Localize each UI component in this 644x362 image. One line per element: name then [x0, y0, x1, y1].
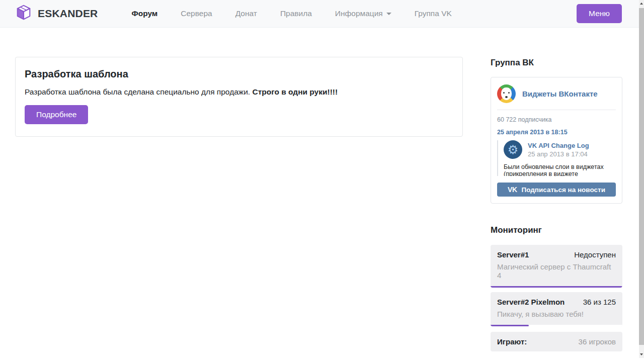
details-button[interactable]: Подробнее — [25, 105, 88, 124]
server-progress-track — [491, 325, 622, 326]
nav-item-donate[interactable]: Донат — [224, 9, 269, 18]
server-card-1: Server#1 Недоступен Магический сервер с … — [491, 245, 622, 288]
announcement-card: Разработка шаблона Разработка шаблона бы… — [15, 57, 463, 137]
menu-button[interactable]: Меню — [577, 4, 622, 23]
monitoring-heading: Мониторинг — [491, 225, 622, 235]
vk-group-heading: Группа ВК — [491, 58, 622, 68]
server-progress-track — [491, 286, 622, 288]
brand-name: ESKANDER — [38, 8, 98, 20]
nav-item-forum[interactable]: Форум — [120, 9, 169, 18]
sidebar: Группа ВК Виджеты ВКонтакте 60 722 подпи… — [491, 57, 622, 351]
players-online-card: Играют: 36 игроков — [491, 332, 622, 351]
server-description: Магический сервер с Thaumcraft 4 — [497, 262, 616, 280]
vk-post-author-link[interactable]: VK API Change Log — [528, 142, 589, 149]
vk-logo: VK — [508, 186, 517, 194]
server-name: Server#1 — [497, 250, 529, 259]
server-name: Server#2 Pixelmon — [497, 298, 565, 306]
vk-widget-title-link[interactable]: Виджеты ВКонтакте — [522, 89, 598, 98]
arrow-up-icon[interactable] — [639, 0, 644, 7]
cube-box-icon — [15, 4, 32, 23]
monitoring-section: Мониторинг Server#1 Недоступен Магически… — [491, 225, 622, 351]
vk-spotty-dog-icon — [497, 84, 516, 103]
server-card-2: Server#2 Pixelmon 36 из 125 Пикачу, я вы… — [491, 292, 622, 326]
vk-post-text: Были обновлены слои в виджетах (прикрепл… — [504, 163, 616, 176]
brand[interactable]: ESKANDER — [15, 4, 98, 23]
nav-item-information-dropdown[interactable]: Информация — [324, 9, 403, 18]
vk-widget: Виджеты ВКонтакте 60 722 подписчика 25 а… — [491, 77, 622, 204]
server-description: Пикачу, я вызываю тебя! — [497, 310, 616, 318]
vk-post: ⚙ VK API Change Log 25 апр 2013 в 17:04 … — [497, 140, 616, 176]
vk-subscribe-button[interactable]: VK Подписаться на новости — [497, 183, 616, 197]
vk-widget-header: Виджеты ВКонтакте — [497, 83, 616, 110]
players-label: Играют: — [497, 337, 527, 346]
scrollbar[interactable] — [639, 0, 644, 358]
main-nav: Форум Сервера Донат Правила Информация Г… — [120, 9, 463, 18]
caret-down-icon — [386, 13, 391, 15]
scrollbar-thumb[interactable] — [639, 8, 644, 345]
announcement-title: Разработка шаблона — [25, 68, 453, 80]
vk-post-header: ⚙ VK API Change Log 25 апр 2013 в 17:04 — [504, 140, 616, 159]
vk-followers-count: 60 722 подписчика — [497, 116, 616, 123]
page-content: Разработка шаблона Разработка шаблона бы… — [0, 28, 644, 351]
announcement-text: Разработка шаблона была сделана специаль… — [25, 87, 453, 97]
server-status: Недоступен — [574, 250, 616, 259]
nav-item-servers[interactable]: Сервера — [169, 9, 223, 18]
players-value: 36 игроков — [579, 337, 616, 346]
nav-item-vk-group[interactable]: Группа VK — [403, 9, 463, 18]
navbar: ESKANDER Форум Сервера Донат Правила Инф… — [0, 0, 644, 28]
gear-icon: ⚙ — [504, 140, 522, 159]
server-progress-bar — [491, 325, 529, 326]
nav-item-rules[interactable]: Правила — [269, 9, 324, 18]
arrow-down-icon[interactable] — [639, 351, 644, 358]
vk-post-date-header: 25 апреля 2013 в 18:15 — [497, 129, 616, 136]
server-status: 36 из 125 — [583, 298, 616, 306]
server-progress-bar — [491, 286, 622, 288]
vk-post-time: 25 апр 2013 в 17:04 — [528, 150, 589, 158]
